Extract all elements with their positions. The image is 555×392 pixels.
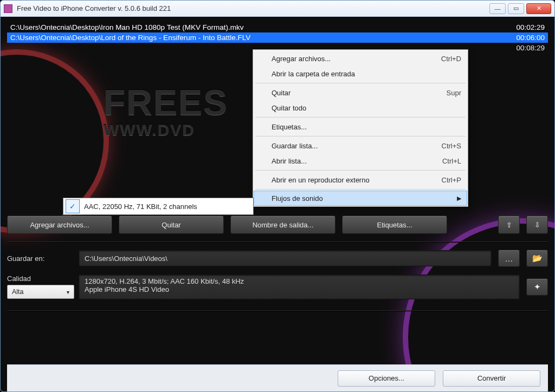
tags-button[interactable]: Etiquetas... (342, 215, 447, 234)
save-in-row: Guardar en: C:\Users\Ontecnia\Videos\ … … (7, 250, 548, 267)
divider (7, 241, 548, 242)
file-list[interactable]: C:\Users\Ontecnia\Desktop\Iron Man HD 10… (7, 22, 548, 53)
chevron-down-icon: ▾ (67, 289, 69, 295)
menu-separator (255, 189, 466, 190)
quality-label: Calidad (7, 275, 72, 283)
wand-icon: ✦ (534, 282, 541, 292)
preset-field[interactable]: 1280x720, H.264, 3 Mbit/s; AAC 160 Kbit/… (79, 275, 520, 299)
preset-line1: 1280x720, H.264, 3 Mbit/s; AAC 160 Kbit/… (85, 277, 514, 285)
total-duration: 00:08:29 (501, 44, 545, 52)
menu-remove-all[interactable]: Quitar todo (254, 100, 467, 115)
quality-select[interactable]: Alta▾ (7, 285, 74, 299)
footer: Opciones... Convertir (7, 364, 548, 391)
window-title: Free Video to iPhone Converter v. 5.0.6 … (17, 4, 489, 12)
menu-add-files[interactable]: Agregar archivos... Ctrl+D (254, 51, 467, 66)
remove-button[interactable]: Quitar (119, 215, 224, 234)
move-down-button[interactable]: ⇩ (526, 215, 548, 234)
add-files-button[interactable]: Agregar archivos... (7, 215, 112, 234)
file-row[interactable]: C:\Users\Ontecnia\Desktop\Iron Man HD 10… (7, 22, 548, 32)
preset-wizard-button[interactable]: ✦ (526, 278, 548, 296)
open-folder-button[interactable]: 📂 (526, 250, 548, 267)
file-path: C:\Users\Ontecnia\Desktop\Iron Man HD 10… (10, 23, 501, 31)
file-path: C:\Users\Ontecnia\Desktop\Lord of the Ri… (10, 34, 501, 42)
menu-open-list[interactable]: Abrir lista... Ctrl+L (254, 153, 467, 168)
toolbar: Agregar archivos... Quitar Nombre de sal… (7, 215, 548, 234)
convert-button[interactable]: Convertir (443, 370, 540, 387)
ellipsis-icon: … (505, 254, 513, 263)
browse-button[interactable]: … (498, 250, 520, 267)
output-name-button[interactable]: Nombre de salida... (230, 215, 335, 234)
watermark: FREES WWW.DVD (104, 82, 228, 139)
titlebar[interactable]: Free Video to iPhone Converter v. 5.0.6 … (1, 1, 554, 17)
minimize-button[interactable]: — (489, 3, 506, 14)
check-icon: ✓ (66, 199, 80, 213)
save-in-field[interactable]: C:\Users\Ontecnia\Videos\ (79, 250, 492, 266)
submenu-arrow-icon: ▶ (457, 195, 461, 202)
menu-open-input-folder[interactable]: Abrir la carpeta de entrada (254, 66, 467, 81)
close-button[interactable]: ✕ (526, 3, 551, 14)
menu-remove[interactable]: Quitar Supr (254, 85, 467, 100)
audio-stream-option[interactable]: AAC, 22050 Hz, 71 KBit, 2 channels (84, 202, 197, 211)
menu-save-list[interactable]: Guardar lista... Ctrl+S (254, 138, 467, 153)
file-duration: 00:02:29 (501, 23, 545, 31)
file-row-selected[interactable]: C:\Users\Ontecnia\Desktop\Lord of the Ri… (7, 32, 548, 43)
app-body: FREES WWW.DVD C:\Users\Ontecnia\Desktop\… (1, 17, 554, 391)
menu-audio-streams[interactable]: Flujos de sonido ▶ (254, 191, 467, 206)
file-duration: 00:06:00 (501, 34, 545, 42)
menu-open-external[interactable]: Abrir en un reproductor externo Ctrl+P (254, 172, 467, 187)
quality-row: Calidad Alta▾ 1280x720, H.264, 3 Mbit/s;… (7, 275, 548, 299)
menu-separator (255, 117, 466, 117)
menu-separator (255, 83, 466, 83)
app-icon (4, 4, 12, 13)
arrow-down-icon: ⇩ (534, 221, 540, 229)
menu-tags[interactable]: Etiquetas... (254, 119, 467, 134)
menu-separator (255, 136, 466, 136)
audio-stream-submenu[interactable]: ✓ AAC, 22050 Hz, 71 KBit, 2 channels (63, 198, 254, 215)
options-button[interactable]: Opciones... (338, 370, 435, 387)
preset-line2: Apple iPhone 4S HD Video (85, 285, 514, 293)
move-up-button[interactable]: ⇧ (498, 215, 520, 234)
window-frame: Free Video to iPhone Converter v. 5.0.6 … (0, 0, 555, 392)
maximize-button[interactable]: ▭ (508, 3, 524, 14)
menu-separator (255, 170, 466, 171)
save-in-label: Guardar en: (7, 254, 72, 263)
divider (7, 310, 548, 311)
context-menu[interactable]: Agregar archivos... Ctrl+D Abrir la carp… (253, 49, 468, 207)
arrow-up-icon: ⇧ (506, 221, 512, 229)
folder-open-icon: 📂 (532, 253, 543, 263)
